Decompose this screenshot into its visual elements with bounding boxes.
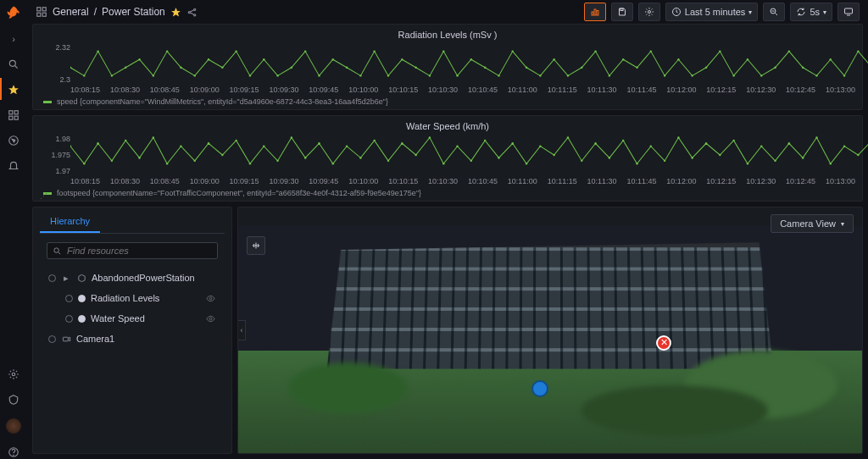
expand-nav-icon[interactable]: › bbox=[7, 32, 20, 46]
dashboard-settings-button[interactable] bbox=[638, 3, 660, 21]
search-resources-input[interactable] bbox=[47, 242, 218, 259]
alert-marker[interactable]: ✕ bbox=[656, 335, 671, 351]
svg-line-20 bbox=[190, 9, 193, 11]
radio-icon[interactable] bbox=[65, 315, 73, 323]
water-chart[interactable]: 1.98 1.975 1.97 10:08:1510:08:3010:08:45… bbox=[40, 135, 855, 189]
user-avatar-icon[interactable] bbox=[6, 418, 21, 434]
breadcrumb-page[interactable]: Power Station bbox=[102, 6, 165, 18]
expand-icon[interactable]: ▸ bbox=[61, 273, 71, 283]
svg-point-140 bbox=[719, 154, 721, 156]
svg-line-30 bbox=[776, 14, 778, 16]
collapse-sidebar-button[interactable]: ‹ bbox=[237, 320, 246, 340]
info-marker[interactable] bbox=[531, 380, 548, 397]
svg-point-124 bbox=[498, 157, 499, 158]
pan-tool-button[interactable] bbox=[247, 236, 265, 255]
configuration-nav-icon[interactable] bbox=[7, 368, 20, 381]
scene-viewer-panel[interactable]: ‹ Camera View ▾ bbox=[237, 207, 863, 454]
svg-point-128 bbox=[553, 154, 554, 156]
breadcrumb-folder[interactable]: General bbox=[53, 6, 89, 18]
visibility-toggle-icon[interactable] bbox=[206, 294, 216, 303]
water-legend[interactable]: footspeed {componentName="FootTrafficCom… bbox=[40, 189, 855, 197]
svg-point-129 bbox=[567, 136, 569, 138]
share-icon[interactable] bbox=[186, 7, 198, 18]
radiation-legend[interactable]: speed {componentName="WindMillMetrics", … bbox=[40, 97, 855, 106]
explore-nav-icon[interactable] bbox=[7, 134, 20, 147]
svg-point-99 bbox=[153, 136, 154, 138]
svg-point-63 bbox=[484, 67, 486, 69]
radio-icon[interactable] bbox=[48, 274, 56, 282]
terrain bbox=[581, 385, 768, 436]
svg-point-136 bbox=[664, 160, 665, 162]
alerting-nav-icon[interactable] bbox=[7, 159, 20, 173]
time-range-label: Last 5 minutes bbox=[685, 7, 746, 17]
dashboards-nav-icon[interactable] bbox=[7, 108, 20, 122]
svg-point-80 bbox=[719, 50, 721, 52]
svg-point-144 bbox=[774, 160, 776, 162]
svg-point-119 bbox=[429, 136, 431, 138]
svg-point-96 bbox=[111, 160, 113, 162]
svg-point-18 bbox=[193, 8, 195, 10]
legend-label: speed {componentName="WindMillMetrics", … bbox=[57, 97, 388, 106]
x-axis-ticks: 10:08:1510:08:3010:08:4510:09:0010:09:15… bbox=[40, 175, 855, 185]
svg-point-52 bbox=[332, 58, 334, 60]
help-nav-icon[interactable] bbox=[7, 445, 20, 459]
svg-point-46 bbox=[249, 75, 251, 76]
refresh-interval-picker[interactable]: 5s ▾ bbox=[790, 3, 832, 21]
visibility-toggle-icon[interactable] bbox=[206, 314, 216, 324]
grafana-logo-icon[interactable] bbox=[6, 5, 21, 20]
tree-item-camera1[interactable]: Camera1 bbox=[47, 329, 218, 349]
starred-nav-icon[interactable] bbox=[7, 83, 20, 97]
svg-point-50 bbox=[304, 50, 306, 52]
svg-point-81 bbox=[732, 75, 734, 76]
zoom-out-button[interactable] bbox=[763, 3, 785, 21]
svg-point-101 bbox=[180, 146, 181, 147]
save-dashboard-button[interactable] bbox=[611, 3, 633, 21]
svg-point-19 bbox=[193, 14, 195, 15]
svg-point-127 bbox=[539, 146, 541, 147]
resize-handle-icon[interactable]: ⋰ bbox=[40, 192, 47, 201]
svg-rect-14 bbox=[37, 13, 41, 16]
svg-line-154 bbox=[58, 252, 60, 253]
svg-point-42 bbox=[194, 75, 196, 76]
svg-point-34 bbox=[83, 75, 85, 76]
monitor-button[interactable] bbox=[837, 3, 860, 21]
water-panel: Water Speed (km/h) 1.98 1.975 1.97 10:08… bbox=[32, 115, 863, 202]
svg-point-117 bbox=[401, 142, 403, 144]
star-icon[interactable] bbox=[170, 7, 181, 18]
hierarchy-panel: Hierarchy ▸ AbandonedPowerSta bbox=[32, 207, 232, 454]
camera-view-dropdown[interactable]: Camera View ▾ bbox=[771, 214, 854, 233]
top-controls: Last 5 minutes ▾ 5s ▾ bbox=[584, 3, 860, 21]
search-field[interactable] bbox=[67, 246, 212, 256]
camera-icon bbox=[61, 334, 71, 344]
refresh-icon bbox=[796, 7, 806, 17]
svg-point-47 bbox=[263, 58, 264, 60]
main-area: General / Power Station Last 5 minutes ▾ bbox=[27, 0, 868, 459]
svg-marker-16 bbox=[171, 8, 181, 16]
tree-item-water-speed[interactable]: Water Speed bbox=[47, 308, 218, 329]
chevron-down-icon: ▾ bbox=[748, 8, 752, 16]
tree-item-abandoned-power-station[interactable]: ▸ AbandonedPowerStation bbox=[47, 268, 218, 288]
svg-point-86 bbox=[802, 67, 804, 69]
svg-marker-2 bbox=[8, 85, 19, 94]
time-range-picker[interactable]: Last 5 minutes ▾ bbox=[665, 3, 759, 21]
add-panel-button[interactable] bbox=[584, 3, 606, 21]
3d-scene-viewport[interactable]: ✕ bbox=[238, 226, 862, 453]
svg-point-121 bbox=[456, 146, 458, 147]
svg-rect-157 bbox=[63, 337, 68, 341]
svg-point-49 bbox=[291, 67, 292, 69]
svg-point-142 bbox=[747, 163, 748, 164]
radio-icon[interactable] bbox=[65, 295, 73, 302]
search-icon[interactable] bbox=[7, 58, 20, 71]
svg-point-143 bbox=[760, 146, 762, 147]
svg-point-36 bbox=[111, 75, 113, 76]
legend-label: footspeed {componentName="FootTrafficCom… bbox=[57, 189, 421, 197]
tree-item-radiation-levels[interactable]: Radiation Levels bbox=[47, 288, 218, 308]
panel-title: Radiation Levels (mSv ) bbox=[40, 28, 855, 43]
server-admin-nav-icon[interactable] bbox=[7, 393, 20, 406]
svg-point-134 bbox=[636, 163, 637, 164]
svg-point-74 bbox=[636, 67, 637, 69]
radiation-chart[interactable]: 2.32 2.3 10:08:1510:08:3010:08:4510:09:0… bbox=[40, 43, 855, 97]
tab-hierarchy[interactable]: Hierarchy bbox=[40, 211, 100, 233]
breadcrumb[interactable]: General / Power Station bbox=[36, 6, 198, 18]
radio-icon[interactable] bbox=[48, 335, 56, 343]
